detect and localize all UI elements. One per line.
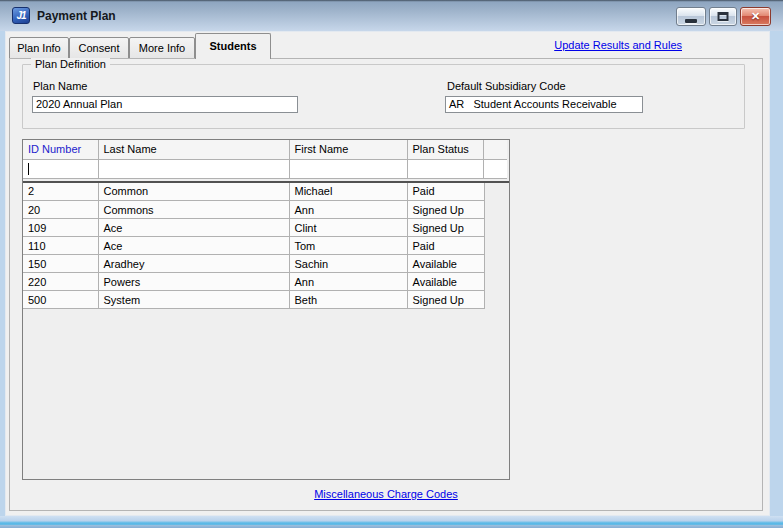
group-title: Plan Definition <box>31 58 110 70</box>
table-row[interactable]: 2CommonMichaelPaid <box>23 183 484 201</box>
plan-definition-group: Plan Definition Plan Name 2020 Annual Pl… <box>22 64 745 129</box>
grid-rows: 2CommonMichaelPaid20CommonsAnnSigned Up1… <box>23 183 485 310</box>
payment-plan-window: J1 Payment Plan ✕ Plan Info Consent More… <box>0 0 783 528</box>
table-cell: Ann <box>289 201 407 219</box>
column-header-first-name[interactable]: First Name <box>289 140 407 159</box>
column-header-plan-status[interactable]: Plan Status <box>407 140 483 159</box>
title-bar[interactable]: J1 Payment Plan ✕ <box>0 0 783 31</box>
column-header-last-name[interactable]: Last Name <box>98 140 289 159</box>
table-cell: Signed Up <box>407 291 484 309</box>
table-row[interactable]: 150AradheySachinAvailable <box>23 255 484 273</box>
minimize-button[interactable] <box>676 7 706 26</box>
grid-header: ID Number Last Name First Name Plan Stat… <box>23 140 507 179</box>
close-button[interactable]: ✕ <box>740 7 771 26</box>
filter-input-first-name[interactable] <box>289 159 407 178</box>
default-subsidiary-code-field[interactable]: AR Student Accounts Receivable <box>445 96 643 113</box>
table-cell: Clint <box>289 219 407 237</box>
filter-input-id-number[interactable] <box>23 159 98 178</box>
table-cell: Ace <box>98 237 289 255</box>
table-cell: 2 <box>23 183 98 201</box>
tab-more-info[interactable]: More Info <box>129 37 195 59</box>
plan-name-field[interactable]: 2020 Annual Plan <box>32 96 298 113</box>
column-header-filler <box>483 140 507 159</box>
filter-row <box>23 159 507 178</box>
form-body: Plan Info Consent More Info Students Upd… <box>5 31 770 516</box>
table-cell: Commons <box>98 201 289 219</box>
table-cell: Paid <box>407 237 484 255</box>
students-grid: ID Number Last Name First Name Plan Stat… <box>22 139 510 480</box>
table-cell: Aradhey <box>98 255 289 273</box>
maximize-icon <box>718 12 729 21</box>
students-tab-page: Plan Definition Plan Name 2020 Annual Pl… <box>9 58 763 511</box>
table-cell: Sachin <box>289 255 407 273</box>
table-cell: Common <box>98 183 289 201</box>
table-row[interactable]: 500SystemBethSigned Up <box>23 291 484 309</box>
window-frame-bottom <box>0 516 783 528</box>
table-cell: Michael <box>289 183 407 201</box>
table-row[interactable]: 220PowersAnnAvailable <box>23 273 484 291</box>
table-cell: 110 <box>23 237 98 255</box>
table-cell: 500 <box>23 291 98 309</box>
miscellaneous-charge-codes-link[interactable]: Miscellaneous Charge Codes <box>314 488 458 500</box>
close-icon: ✕ <box>741 10 770 23</box>
table-cell: Ann <box>289 273 407 291</box>
table-row[interactable]: 20CommonsAnnSigned Up <box>23 201 484 219</box>
table-cell: Available <box>407 273 484 291</box>
tab-consent[interactable]: Consent <box>69 37 129 59</box>
bottom-link-area: Miscellaneous Charge Codes <box>10 488 762 500</box>
header-row: ID Number Last Name First Name Plan Stat… <box>23 140 507 159</box>
table-cell: Paid <box>407 183 484 201</box>
filter-input-last-name[interactable] <box>98 159 289 178</box>
table-cell: Signed Up <box>407 201 484 219</box>
maximize-button[interactable] <box>709 7 737 26</box>
text-caret <box>28 163 29 175</box>
plan-name-label: Plan Name <box>33 80 87 92</box>
minimize-icon <box>685 19 697 23</box>
tab-plan-info[interactable]: Plan Info <box>9 37 69 59</box>
update-results-and-rules-link[interactable]: Update Results and Rules <box>554 39 682 51</box>
table-cell: 109 <box>23 219 98 237</box>
table-cell: Ace <box>98 219 289 237</box>
tab-students[interactable]: Students <box>195 33 271 59</box>
table-row[interactable]: 110AceTomPaid <box>23 237 484 255</box>
window-title: Payment Plan <box>37 9 116 23</box>
table-cell: Powers <box>98 273 289 291</box>
table-cell: Tom <box>289 237 407 255</box>
filter-input-plan-status[interactable] <box>407 159 483 178</box>
table-row[interactable]: 109AceClintSigned Up <box>23 219 484 237</box>
table-cell: Signed Up <box>407 219 484 237</box>
table-cell: Available <box>407 255 484 273</box>
table-cell: 20 <box>23 201 98 219</box>
table-cell: Beth <box>289 291 407 309</box>
table-cell: 150 <box>23 255 98 273</box>
table-cell: 220 <box>23 273 98 291</box>
column-header-id-number[interactable]: ID Number <box>23 140 98 159</box>
default-subsidiary-code-label: Default Subsidiary Code <box>447 80 566 92</box>
app-logo-icon: J1 <box>12 7 30 24</box>
filter-filler <box>483 159 507 178</box>
table-cell: System <box>98 291 289 309</box>
